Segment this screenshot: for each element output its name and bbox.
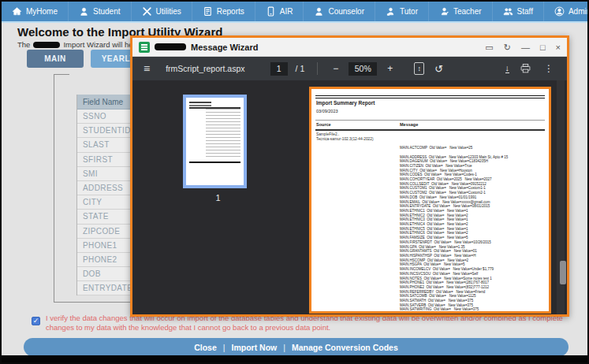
nav-label: Student [93, 7, 120, 16]
close-icon[interactable]: × [556, 42, 561, 53]
report-icon [203, 6, 213, 17]
screen-edge [2, 355, 587, 362]
thumbnail-page-number: 1 [183, 193, 253, 202]
nav-label: Admin [568, 7, 587, 16]
verify-checkbox[interactable]: ✓ [32, 317, 40, 325]
nav-air[interactable]: AIR [255, 2, 304, 21]
report-source-line: Tecnica-samur-102.3(12-44-2022) [316, 137, 398, 142]
nav-counselor[interactable]: Counselor [304, 2, 375, 21]
field-name-cell: ADDRESS [83, 184, 123, 192]
toolbar-right: ↓ ⋮ [505, 63, 560, 74]
tools-icon [142, 6, 152, 17]
maximize-icon[interactable]: □ [540, 42, 546, 53]
redacted-text [155, 43, 186, 50]
pdf-toolbar: ≡ frmScript_report.aspx 1 / 1 − 50% + ↕ … [132, 57, 567, 80]
nav-utilities[interactable]: Utilities [132, 2, 192, 21]
field-name-cell: SMI [83, 169, 98, 178]
field-name-cell: STATE [83, 212, 109, 221]
zoom-level[interactable]: 50% [349, 62, 377, 76]
rotate-icon[interactable]: ↺ [432, 63, 445, 75]
tablet-icon [266, 6, 276, 17]
report-message-column: MAIN.ACTCOMP Old Value= New Value=25 MAI… [400, 132, 546, 314]
print-icon[interactable] [520, 64, 531, 73]
report-content: Import Summary Report 03/09/2023 Source … [311, 89, 549, 311]
nav-label: AIR [280, 7, 293, 16]
separator: | [283, 343, 285, 352]
field-name-cell: PHONE2 [83, 255, 117, 264]
zoom-in-button[interactable]: + [385, 63, 395, 74]
message-wizard-dialog: Message Wizard ▭ ↻ — □ × ≡ frmScript_rep… [130, 35, 569, 317]
page-number-input[interactable]: 1 [270, 62, 288, 76]
groupbox-border [54, 74, 69, 75]
report-message-line: MAIN.SATWRITING Old Value= New Value=375 [400, 307, 546, 312]
field-name-cell: STUDENTID [83, 126, 131, 135]
home-icon [12, 6, 22, 17]
source-column-header: Source [316, 122, 331, 127]
report-page: Import Summary Report 03/09/2023 Source … [309, 87, 551, 314]
page-thumbnail[interactable] [183, 95, 247, 188]
thumbnail-content [206, 109, 240, 158]
report-title: Import Summary Report [316, 100, 375, 106]
thumbnail-content [189, 162, 240, 163]
subtitle-prefix: The [17, 40, 30, 49]
refresh-icon[interactable]: ↻ [504, 42, 511, 53]
field-name-cell: SFIRST [83, 155, 113, 164]
app-grid-icon [139, 42, 150, 53]
nav-admin[interactable]: Admin [544, 2, 587, 21]
message-column-header: Message [400, 122, 418, 127]
person-icon [79, 6, 89, 17]
close-button[interactable]: Close [194, 343, 217, 352]
import-now-button[interactable]: Import Now [232, 343, 278, 352]
app-window: MyHome Student Utilities Reports AIR Cou… [0, 0, 589, 364]
pin-icon[interactable]: ▭ [485, 42, 493, 53]
dialog-titlebar[interactable]: Message Wizard ▭ ↻ — □ × [132, 38, 567, 57]
nav-reports[interactable]: Reports [192, 2, 255, 21]
rule [315, 95, 545, 96]
thumbnail-content [189, 102, 211, 103]
footer-action-bar: Close | Import Now | Manage Conversion C… [24, 338, 568, 356]
nav-label: MyHome [26, 7, 58, 16]
overflow-menu-icon[interactable]: ⋮ [542, 63, 556, 74]
rule [315, 120, 545, 121]
page-subtitle: The Import Wizard will he [17, 40, 133, 49]
nav-label: Counselor [328, 7, 364, 16]
field-name-cell: SLAST [83, 140, 110, 149]
tab-main[interactable]: MAIN [27, 50, 84, 68]
nav-label: Staff [517, 7, 533, 16]
people-icon [503, 6, 513, 17]
field-name-cell: DOB [83, 269, 101, 278]
groupbox-border [54, 74, 54, 302]
field-name-cell: CITY [83, 198, 102, 206]
nav-label: Reports [217, 7, 244, 16]
pdf-filename: frmScript_report.aspx [166, 64, 244, 73]
pdf-viewer: 1 Import Summary Report 03/09/2023 Sourc… [132, 80, 567, 314]
rule [315, 98, 545, 98]
dialog-title: Message Wizard [191, 43, 259, 52]
window-controls: ▭ ↻ — □ × [485, 42, 561, 53]
download-icon[interactable]: ↓ [505, 64, 510, 73]
report-source-column: SampleFile2..Tecnica-samur-102.3(12-44-2… [316, 132, 398, 142]
nav-teacher[interactable]: Teacher [429, 2, 493, 21]
minimize-icon[interactable]: — [521, 42, 530, 53]
nav-myhome[interactable]: MyHome [2, 2, 69, 21]
nav-tutor[interactable]: Tutor [375, 2, 429, 21]
person-badge-icon [386, 6, 396, 17]
nav-label: Utilities [156, 7, 181, 16]
admin-icon [554, 6, 565, 17]
rule [315, 129, 545, 131]
subtitle-suffix: Import Wizard will he [63, 40, 132, 49]
separator: | [223, 343, 226, 352]
nav-staff[interactable]: Staff [493, 2, 544, 21]
fit-page-icon[interactable]: ↕ [414, 62, 424, 75]
nav-student[interactable]: Student [69, 2, 131, 21]
person-check-icon [439, 6, 449, 17]
zoom-out-button[interactable]: − [330, 63, 341, 74]
person-icon [314, 6, 324, 17]
scrollbar-thumb[interactable] [560, 261, 566, 284]
menu-icon[interactable]: ≡ [140, 62, 153, 75]
verify-line2: changes to my data with the knowledge th… [46, 323, 563, 332]
nav-label: Tutor [400, 7, 418, 16]
manage-conversion-codes-button[interactable]: Manage Conversion Codes [292, 343, 398, 352]
page-total-label: / 1 [296, 64, 305, 73]
report-date: 03/09/2023 [316, 109, 338, 113]
